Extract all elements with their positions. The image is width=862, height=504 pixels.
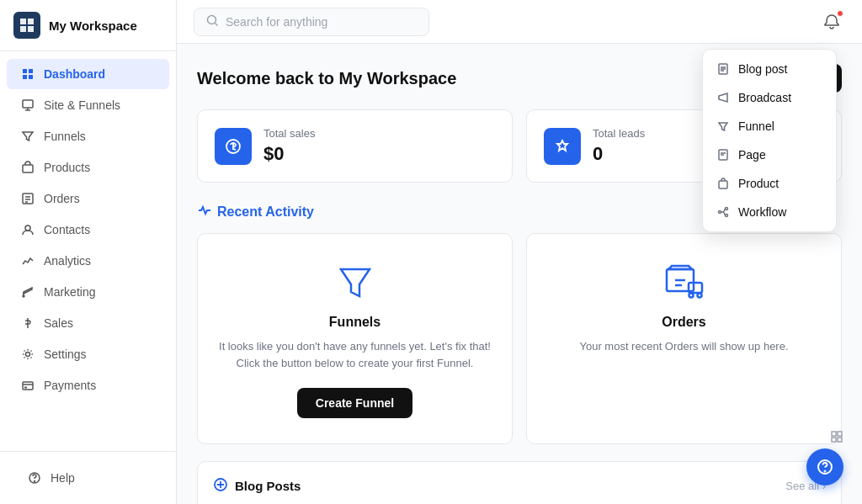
svg-rect-1 [28, 19, 34, 24]
sidebar-item-label: Site & Funnels [44, 98, 120, 112]
total-leads-value: 0 [593, 143, 645, 165]
help-fab-button[interactable] [806, 448, 843, 485]
sidebar-item-label: Payments [44, 379, 96, 392]
sidebar-item-label: Analytics [44, 254, 91, 268]
activity-row: Funnels It looks like you don't have any… [197, 233, 842, 444]
create-funnel-button[interactable]: Create Funnel [297, 388, 412, 418]
dropdown-broadcast[interactable]: Broadcast [703, 83, 836, 112]
sidebar-item-sales[interactable]: Sales [7, 308, 169, 338]
sidebar-item-label: Dashboard [44, 67, 105, 81]
svg-rect-5 [23, 165, 33, 172]
svg-rect-29 [832, 438, 836, 442]
svg-rect-10 [23, 382, 33, 390]
sales-icon [20, 316, 35, 331]
sidebar-item-label: Funnels [44, 130, 86, 143]
sales-icon-box [215, 128, 252, 165]
svg-rect-0 [20, 19, 26, 24]
dropdown-product[interactable]: Product [703, 169, 836, 198]
blog-posts-card: Blog Posts See all › [197, 461, 842, 504]
orders-activity-card: Orders Your most recent Orders will show… [526, 233, 842, 444]
svg-point-9 [26, 353, 30, 357]
notification-button[interactable] [818, 8, 845, 35]
total-leads-info: Total leads 0 [593, 127, 645, 165]
dropdown-page[interactable]: Page [703, 141, 836, 169]
create-dropdown-menu: Blog post Broadcast Funnel Page [702, 49, 837, 232]
dropdown-funnel[interactable]: Funnel [703, 112, 836, 141]
analytics-icon [20, 253, 35, 268]
workflow-icon [716, 205, 730, 219]
svg-point-25 [726, 208, 728, 210]
svg-rect-3 [28, 26, 34, 32]
svg-point-7 [25, 225, 30, 231]
workspace-name: My Workspace [49, 19, 137, 33]
sidebar-nav: Dashboard Site & Funnels Funnels [0, 51, 176, 451]
sidebar-item-label: Settings [44, 347, 87, 361]
search-bar[interactable]: Search for anything [194, 8, 429, 36]
funnel-icon [20, 129, 35, 144]
total-sales-card: Total sales $0 [197, 109, 513, 183]
blog-post-icon [716, 62, 730, 76]
sidebar-item-payments[interactable]: Payments [7, 370, 169, 401]
topbar: Search for anything [177, 0, 862, 44]
dropdown-workflow[interactable]: Workflow [703, 198, 836, 226]
sidebar-item-marketing[interactable]: Marketing [7, 277, 169, 307]
funnels-card-desc: It looks like you don't have any funnels… [215, 338, 495, 371]
svg-point-24 [719, 211, 721, 214]
blog-card-title-row: Blog Posts [213, 477, 301, 495]
sidebar-item-analytics[interactable]: Analytics [7, 246, 169, 276]
svg-point-32 [825, 471, 826, 472]
svg-point-14 [208, 15, 216, 24]
welcome-heading: Welcome back to My Workspace [197, 69, 456, 88]
blog-posts-title: Blog Posts [235, 479, 301, 493]
contacts-icon [20, 222, 35, 237]
svg-rect-23 [719, 181, 727, 188]
blog-row: Blog Posts See all › [197, 461, 842, 504]
logo-icon [13, 12, 40, 39]
sidebar-item-label: Sales [44, 316, 73, 330]
svg-point-26 [726, 215, 728, 217]
dashboard-icon [20, 66, 35, 82]
sidebar-item-site-funnels[interactable]: Site & Funnels [7, 90, 169, 120]
svg-point-8 [23, 295, 24, 297]
sidebar-item-label: Orders [44, 192, 80, 205]
grid-corner-icon[interactable] [830, 430, 843, 447]
sidebar-item-label: Contacts [44, 223, 90, 236]
total-sales-value: $0 [263, 143, 315, 165]
svg-rect-4 [23, 100, 33, 108]
leads-icon-box [544, 128, 581, 165]
site-funnels-icon [20, 98, 35, 113]
workspace-logo[interactable]: My Workspace [0, 0, 176, 51]
marketing-icon [20, 284, 35, 300]
products-icon [20, 160, 35, 175]
svg-rect-27 [832, 432, 836, 436]
svg-rect-30 [838, 438, 842, 442]
dropdown-blog-post[interactable]: Blog post [703, 55, 836, 83]
orders-card-desc: Your most recent Orders will show up her… [579, 338, 788, 355]
funnels-card-icon [334, 259, 376, 305]
page-icon [716, 148, 730, 162]
sidebar-item-orders[interactable]: Orders [7, 183, 169, 214]
blog-icon [213, 477, 228, 495]
activity-icon [197, 203, 212, 221]
orders-icon [20, 191, 35, 206]
sidebar-item-label: Help [51, 471, 75, 485]
sidebar-item-settings[interactable]: Settings [7, 339, 169, 369]
settings-icon [20, 347, 35, 362]
total-leads-label: Total leads [593, 127, 645, 140]
sidebar-item-contacts[interactable]: Contacts [7, 215, 169, 245]
blog-card-header: Blog Posts See all › [213, 477, 826, 495]
sidebar-item-products[interactable]: Products [7, 152, 169, 183]
search-icon [206, 14, 219, 29]
sidebar-item-label: Products [44, 161, 90, 174]
total-sales-info: Total sales $0 [263, 127, 315, 165]
product-icon [716, 177, 730, 190]
sidebar-item-help[interactable]: Help [13, 463, 162, 493]
svg-rect-2 [20, 26, 26, 32]
sidebar-item-funnels[interactable]: Funnels [7, 121, 169, 151]
sidebar-item-dashboard[interactable]: Dashboard [7, 59, 169, 89]
notification-dot [837, 10, 843, 17]
svg-point-18 [689, 294, 693, 298]
total-sales-label: Total sales [263, 127, 315, 140]
search-placeholder: Search for anything [226, 15, 327, 29]
topbar-right [818, 8, 845, 35]
